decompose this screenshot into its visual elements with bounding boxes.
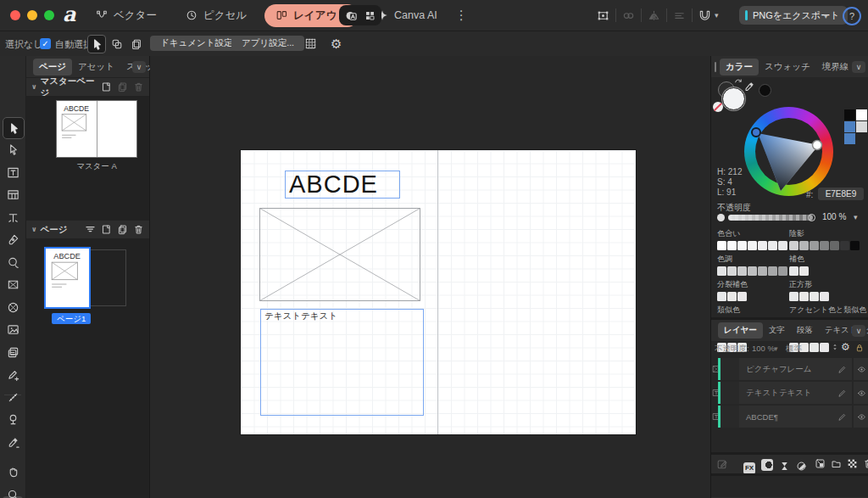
layer-edit-pen-icon[interactable]	[837, 412, 847, 422]
fill-color-selector[interactable]	[722, 87, 745, 110]
persona-overflow-icon[interactable]: ⋮	[455, 8, 468, 23]
rect-picture-frame-tool[interactable]	[0, 275, 25, 295]
duplicate-icon[interactable]	[117, 224, 128, 235]
pen-tool[interactable]	[0, 230, 25, 250]
trash-icon[interactable]	[133, 224, 144, 235]
picked-color-well[interactable]	[759, 84, 771, 97]
layers-tab-1[interactable]: レイヤー	[718, 322, 763, 339]
magnet-icon[interactable]	[698, 9, 711, 22]
opacity-end-knob[interactable]	[808, 214, 815, 221]
move-tool[interactable]	[3, 117, 25, 139]
pages-header[interactable]: ∨ ページ	[26, 220, 149, 238]
close-window-button[interactable]	[10, 10, 20, 20]
harmony-swatch[interactable]	[727, 241, 737, 250]
harmony-swatch[interactable]	[717, 266, 726, 276]
color-picker-icon[interactable]	[743, 81, 755, 92]
opacity-slider[interactable]	[728, 215, 813, 221]
magnet-chevron-icon[interactable]: ▾	[715, 11, 719, 20]
harmony-swatch[interactable]	[737, 266, 747, 276]
harmony-swatch[interactable]	[799, 266, 809, 276]
zoom-tool[interactable]	[0, 484, 25, 498]
document-page[interactable]: ABCDE テキストテキスト	[241, 150, 636, 434]
harmony-swatch[interactable]	[727, 266, 737, 276]
add-page-icon[interactable]	[101, 81, 112, 92]
quick-swatch[interactable]	[844, 133, 855, 144]
layer-opacity-chevron-icon[interactable]: ▾	[774, 344, 778, 353]
quick-swatch[interactable]	[844, 109, 855, 120]
group-folder-icon[interactable]	[831, 458, 842, 469]
blend-mode-value[interactable]: 標準	[786, 344, 802, 355]
harmony-swatch[interactable]	[799, 241, 809, 250]
table-tool[interactable]	[0, 185, 25, 205]
blend-stepper-icon[interactable]	[830, 342, 840, 352]
harmony-swatch[interactable]	[717, 292, 726, 301]
harmony-swatch[interactable]	[840, 241, 849, 250]
layer-row[interactable]: ピクチャフレーム	[718, 358, 852, 380]
title-text-frame[interactable]: ABCDE	[285, 171, 400, 199]
layer-visibility-toggle[interactable]	[854, 358, 868, 380]
master-pages-header[interactable]: ∨ マスターページ	[26, 77, 149, 96]
layer-row[interactable]: ABCDE¶	[718, 406, 852, 428]
ellipse-picture-frame-tool[interactable]	[0, 297, 25, 317]
apps-grid-icon[interactable]	[364, 10, 376, 21]
trash-icon[interactable]	[133, 81, 144, 92]
hand-tool[interactable]	[0, 462, 25, 483]
harmony-swatch[interactable]	[820, 292, 829, 301]
color-tab-3[interactable]: 境界線	[816, 59, 855, 76]
preview-bounds-icon[interactable]	[597, 9, 609, 22]
add-page-icon[interactable]	[101, 224, 112, 235]
opacity-chevron-icon[interactable]: ▾	[854, 213, 858, 221]
harmony-swatch[interactable]	[778, 241, 787, 250]
harmony-swatch[interactable]	[717, 241, 726, 250]
harmony-swatch[interactable]	[727, 292, 737, 301]
pages-tab-2[interactable]: アセット	[72, 59, 120, 76]
artistic-text-tool[interactable]	[0, 207, 25, 227]
pages-tab-1[interactable]: ページ	[33, 59, 72, 76]
color-tab-2[interactable]: スウォッチ	[759, 59, 816, 76]
persona-tab-2[interactable]: ピクセル	[175, 4, 258, 27]
harmony-swatch[interactable]	[789, 266, 798, 276]
quick-swatch[interactable]	[856, 109, 867, 120]
quick-swatch[interactable]	[856, 121, 867, 132]
color-chevron-icon[interactable]: ∨	[852, 61, 865, 73]
layer-opacity-value[interactable]: 100 %	[752, 344, 775, 353]
harmony-swatch[interactable]	[768, 241, 777, 250]
align-icon[interactable]	[673, 9, 686, 22]
dissolve-icon[interactable]	[847, 458, 858, 469]
layer-edit-pen-icon[interactable]	[837, 389, 847, 398]
harmony-swatch[interactable]	[748, 241, 757, 250]
collapse-carat-icon[interactable]: ∨	[31, 226, 37, 233]
toolbar-gear-icon[interactable]: ⚙	[331, 36, 342, 52]
color-tab-1[interactable]: カラー	[720, 59, 759, 76]
export-png-button[interactable]: PNGをエクスポート	[739, 6, 848, 25]
help-button[interactable]: ?	[843, 7, 861, 25]
harmony-swatch[interactable]	[789, 241, 798, 250]
layer-visibility-toggle[interactable]	[854, 406, 868, 428]
harmony-swatch[interactable]	[799, 292, 809, 301]
harmony-swatch[interactable]	[748, 266, 757, 276]
place-image-tool[interactable]	[0, 320, 25, 340]
picture-frame[interactable]	[259, 208, 420, 301]
harmony-swatch[interactable]	[810, 241, 819, 250]
auto-select-cursor-button[interactable]	[87, 35, 106, 53]
harmony-swatch[interactable]	[789, 292, 798, 301]
duplicate-icon[interactable]	[117, 81, 128, 92]
notes-tool[interactable]	[0, 342, 25, 362]
fx-icon[interactable]: FX	[743, 458, 755, 474]
pages-chevron-icon[interactable]: ∨	[132, 61, 146, 73]
fill-layer-icon[interactable]	[796, 461, 807, 472]
adjustment-icon[interactable]	[779, 461, 790, 472]
color-picker-tool[interactable]	[0, 432, 25, 452]
margins-guides-icon[interactable]	[304, 37, 317, 50]
transparency-tool[interactable]	[0, 410, 25, 430]
layer-row[interactable]: テキストテキスト	[718, 382, 852, 404]
harmony-swatch[interactable]	[830, 241, 839, 250]
harmony-swatch[interactable]	[768, 266, 777, 276]
trash-icon[interactable]	[863, 458, 868, 469]
quick-swatch[interactable]	[844, 121, 855, 132]
harmony-swatch[interactable]	[758, 241, 767, 250]
opacity-knob[interactable]	[717, 214, 725, 221]
layer-lock-icon[interactable]	[854, 343, 865, 353]
export-dropdown-chevron-icon[interactable]: ▾	[824, 12, 828, 20]
harmony-swatch[interactable]	[758, 266, 767, 276]
